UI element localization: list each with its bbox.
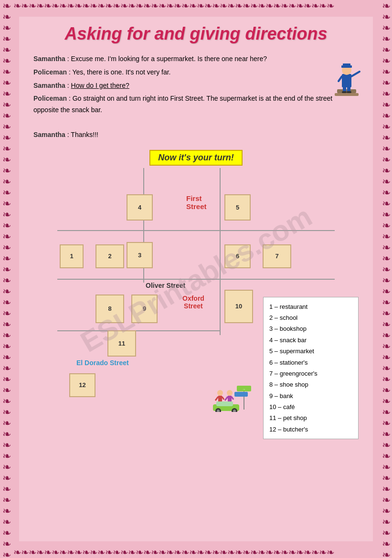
first-street-line [57, 230, 335, 231]
vertical-line-2 [220, 168, 221, 335]
building-2: 2 [95, 244, 124, 268]
car-illustration: → [211, 383, 254, 414]
svg-line-18 [215, 397, 218, 400]
legend-item-1: 1 – restaurant [269, 301, 352, 312]
speaker-4: Policeman [33, 95, 67, 102]
svg-rect-29 [216, 401, 233, 406]
legend-box: 1 – restaurant 2 – school 3 – bookshop 4… [263, 297, 359, 440]
svg-rect-17 [218, 396, 222, 402]
building-11: 11 [107, 330, 136, 357]
svg-text:→: → [243, 388, 246, 391]
legend-item-10: 10 – café [269, 401, 352, 412]
legend-item-8: 8 – shoe shop [269, 379, 352, 390]
el-dorado-street-label: El Dorado Street [76, 359, 129, 367]
your-turn-text: Now it's your turn! [149, 150, 242, 166]
dialogue-section: Samantha : Excuse me. I'm looking for a … [19, 49, 373, 145]
svg-line-7 [339, 76, 342, 81]
dialogue-line-2: Policeman : Yes, there is one. It's not … [33, 67, 359, 78]
svg-rect-10 [342, 91, 347, 93]
building-4: 4 [127, 194, 153, 221]
svg-rect-11 [347, 91, 351, 93]
dialogue-text-3: : How do I get there? [67, 82, 129, 89]
legend-item-6: 6 – stationer's [269, 357, 352, 368]
building-10: 10 [224, 290, 253, 323]
your-turn-section: Now it's your turn! [19, 150, 373, 166]
oliver-street-line [57, 279, 335, 280]
legend-item-3: 3 – bookshop [269, 323, 352, 334]
svg-rect-2 [342, 74, 351, 87]
svg-point-22 [227, 390, 233, 396]
first-street-label: FirstStreet [186, 194, 207, 211]
svg-line-24 [225, 397, 228, 400]
speaker-5: Samantha [33, 131, 65, 138]
border-top: ❧❧❧❧❧❧❧❧❧❧❧❧❧❧❧❧❧❧❧❧❧❧❧❧❧❧❧❧❧❧❧❧❧❧❧❧❧❧❧❧… [13, 1, 379, 11]
dialogue-line-1: Samantha : Excuse me. I'm looking for a … [33, 53, 359, 65]
dialogue-line-4: Policeman : Go straight on and turn righ… [33, 93, 359, 116]
policeman-illustration [330, 60, 363, 98]
main-content: Asking for and giving directions [19, 17, 373, 541]
svg-rect-23 [228, 396, 232, 402]
dialogue-text-2: : Yes, there is one. It's not very far. [69, 68, 171, 76]
building-7: 7 [263, 244, 291, 268]
speaker-1: Samantha [33, 55, 65, 63]
speaker-2: Policeman [33, 68, 67, 76]
border-left: ❧❧❧❧❧❧❧❧❧❧❧❧❧❧❧❧❧❧❧❧❧❧❧❧❧❧❧❧❧❧❧❧❧❧❧❧❧❧❧❧… [1, 0, 11, 558]
legend-item-5: 5 – supermarket [269, 346, 352, 357]
dialogue-text-5: : Thanks!!! [67, 131, 98, 138]
legend-item-7: 7 – greengrocer's [269, 368, 352, 379]
legend-item-4: 4 – snack bar [269, 335, 352, 346]
building-5: 5 [224, 194, 251, 221]
legend-item-9: 9 – bank [269, 390, 352, 401]
page-title: Asking for and giving directions [64, 24, 327, 44]
building-6: 6 [224, 244, 251, 268]
dialogue-text-1: : Excuse me. I'm looking for a supermark… [67, 55, 267, 63]
policeman-svg [330, 60, 363, 98]
svg-rect-5 [343, 63, 350, 66]
building-1: 1 [60, 244, 84, 268]
svg-line-6 [351, 72, 360, 76]
map-area: 4 5 FirstStreet 1 2 3 6 7 [29, 168, 363, 416]
dialogue-line-3: Samantha : How do I get there? [33, 80, 359, 92]
building-8: 8 [95, 295, 124, 323]
svg-line-19 [222, 397, 224, 400]
svg-rect-0 [337, 89, 356, 93]
el-dorado-street-line [57, 330, 220, 331]
svg-rect-15 [234, 392, 248, 397]
car-svg: → [211, 383, 254, 412]
oliver-street-label: Oliver Street [146, 282, 185, 289]
border-bottom: ❧❧❧❧❧❧❧❧❧❧❧❧❧❧❧❧❧❧❧❧❧❧❧❧❧❧❧❧❧❧❧❧❧❧❧❧❧❧❧❧… [13, 547, 379, 557]
building-9: 9 [131, 295, 158, 323]
building-3: 3 [127, 242, 153, 268]
building-12: 12 [69, 373, 95, 397]
svg-point-16 [217, 390, 223, 396]
legend-item-11: 11 – pet shop [269, 412, 352, 423]
oxford-street-label: OxfordStreet [182, 295, 204, 310]
dialogue-text-4: : Go straight on and turn right into Fir… [33, 95, 332, 114]
speaker-3: Samantha [33, 82, 65, 89]
svg-rect-1 [335, 93, 359, 96]
legend-item-2: 2 – school [269, 312, 352, 323]
title-area: Asking for and giving directions [19, 17, 373, 49]
legend-item-12: 12 – butcher's [269, 424, 352, 435]
border-right: ❧❧❧❧❧❧❧❧❧❧❧❧❧❧❧❧❧❧❧❧❧❧❧❧❧❧❧❧❧❧❧❧❧❧❧❧❧❧❧❧… [381, 0, 391, 558]
dialogue-line-5: Samantha : Thanks!!! [33, 129, 359, 141]
svg-line-25 [232, 397, 233, 400]
